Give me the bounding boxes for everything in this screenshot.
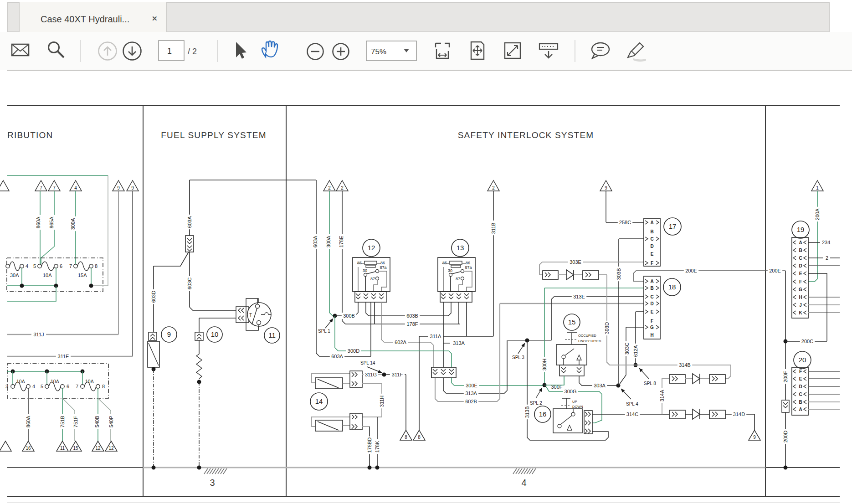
svg-text:178K: 178K bbox=[375, 441, 380, 453]
svg-text:E: E bbox=[651, 309, 654, 314]
svg-text:612A: 612A bbox=[633, 345, 638, 357]
svg-text:303A: 303A bbox=[594, 383, 606, 388]
svg-text:303B: 303B bbox=[616, 268, 621, 280]
svg-text:11: 11 bbox=[268, 331, 276, 339]
svg-text:30: 30 bbox=[363, 268, 367, 273]
svg-text:311H: 311H bbox=[379, 396, 385, 407]
svg-text:865A: 865A bbox=[49, 216, 54, 228]
svg-text:14: 14 bbox=[315, 397, 323, 405]
svg-text:12: 12 bbox=[368, 244, 375, 252]
svg-text:C: C bbox=[799, 392, 802, 397]
svg-text:G: G bbox=[799, 287, 802, 292]
svg-text:602B: 602B bbox=[465, 399, 477, 404]
svg-text:200D: 200D bbox=[783, 431, 788, 442]
svg-text:5: 5 bbox=[41, 384, 43, 389]
svg-text:SAFETY INTERLOCK SYSTEM: SAFETY INTERLOCK SYSTEM bbox=[458, 130, 594, 140]
svg-text:3: 3 bbox=[210, 478, 215, 488]
svg-text:200F: 200F bbox=[783, 371, 788, 382]
svg-text:15: 15 bbox=[73, 446, 78, 451]
svg-text:7: 7 bbox=[69, 263, 72, 269]
svg-text:6: 6 bbox=[60, 263, 62, 269]
svg-text:D: D bbox=[799, 263, 802, 268]
svg-text:85: 85 bbox=[442, 261, 447, 265]
svg-text:10A: 10A bbox=[85, 379, 94, 384]
svg-text:A: A bbox=[650, 279, 653, 284]
svg-text:UNOCCUPIED: UNOCCUPIED bbox=[578, 339, 601, 343]
svg-text:C: C bbox=[799, 256, 802, 261]
svg-text:18: 18 bbox=[668, 283, 676, 291]
svg-text:C: C bbox=[650, 237, 653, 242]
svg-text:751B: 751B bbox=[60, 416, 65, 427]
svg-text:300A: 300A bbox=[326, 236, 331, 247]
svg-text:4: 4 bbox=[521, 478, 526, 488]
svg-text:3: 3 bbox=[5, 384, 8, 389]
svg-text:311E: 311E bbox=[58, 354, 69, 359]
svg-text:200C: 200C bbox=[801, 339, 813, 344]
svg-text:12: 12 bbox=[95, 446, 101, 451]
svg-text:10A: 10A bbox=[43, 273, 52, 278]
svg-text:178F: 178F bbox=[406, 321, 418, 327]
svg-text:SPL 8: SPL 8 bbox=[644, 381, 656, 386]
svg-text:2: 2 bbox=[341, 185, 344, 190]
svg-text:87: 87 bbox=[370, 277, 375, 281]
svg-text:87a: 87a bbox=[380, 265, 386, 270]
svg-text:234: 234 bbox=[822, 240, 830, 245]
svg-text:311B: 311B bbox=[491, 222, 496, 234]
svg-text:314A: 314A bbox=[659, 390, 665, 401]
svg-text:A: A bbox=[799, 240, 802, 245]
svg-text:311F: 311F bbox=[392, 372, 403, 377]
svg-text:9: 9 bbox=[167, 330, 171, 338]
svg-text:603B: 603B bbox=[406, 313, 418, 319]
svg-text:A: A bbox=[799, 407, 802, 412]
svg-text:15: 15 bbox=[568, 318, 576, 326]
svg-text:17: 17 bbox=[669, 222, 677, 230]
svg-text:D: D bbox=[799, 384, 802, 389]
svg-text:200E: 200E bbox=[769, 268, 781, 273]
svg-text:C: C bbox=[650, 294, 653, 299]
svg-text:86: 86 bbox=[380, 261, 385, 265]
svg-text:10A: 10A bbox=[16, 379, 25, 384]
svg-text:B: B bbox=[799, 400, 802, 405]
svg-text:DOWN: DOWN bbox=[572, 405, 583, 409]
svg-text:87a: 87a bbox=[465, 265, 472, 270]
svg-text:314D: 314D bbox=[733, 411, 745, 417]
svg-text:9: 9 bbox=[605, 185, 607, 190]
svg-text:860A: 860A bbox=[26, 416, 31, 427]
svg-text:313E: 313E bbox=[573, 294, 585, 299]
svg-text:9: 9 bbox=[117, 185, 120, 190]
svg-text:7: 7 bbox=[53, 185, 56, 190]
svg-text:8: 8 bbox=[405, 435, 407, 440]
svg-text:OCCUPIED: OCCUPIED bbox=[578, 334, 596, 338]
svg-text:E: E bbox=[799, 376, 802, 381]
svg-text:2: 2 bbox=[826, 255, 828, 261]
svg-text:200A: 200A bbox=[815, 208, 820, 220]
svg-text:751F: 751F bbox=[73, 416, 78, 427]
svg-text:75%: 75% bbox=[371, 47, 386, 56]
svg-text:10A: 10A bbox=[51, 379, 59, 384]
svg-text:313A: 313A bbox=[453, 340, 465, 346]
svg-text:603A: 603A bbox=[187, 216, 192, 228]
svg-text:4: 4 bbox=[32, 384, 35, 389]
svg-text:860A: 860A bbox=[36, 216, 41, 228]
svg-text:86: 86 bbox=[466, 261, 470, 265]
svg-text:603D: 603D bbox=[151, 291, 156, 303]
svg-text:A: A bbox=[650, 220, 653, 225]
svg-text:300D: 300D bbox=[348, 348, 359, 354]
svg-text:178BD: 178BD bbox=[367, 437, 372, 453]
svg-text:B: B bbox=[650, 286, 653, 291]
svg-text:5: 5 bbox=[33, 263, 36, 269]
svg-text:11: 11 bbox=[60, 446, 65, 451]
svg-text:F: F bbox=[651, 261, 653, 266]
svg-text:12: 12 bbox=[108, 446, 114, 451]
svg-text:314C: 314C bbox=[626, 411, 638, 417]
svg-text:E: E bbox=[651, 252, 654, 257]
svg-text:F: F bbox=[799, 369, 802, 374]
svg-text:H: H bbox=[650, 333, 653, 338]
svg-text:300H: 300H bbox=[542, 359, 547, 370]
svg-text:8: 8 bbox=[95, 263, 98, 269]
svg-text:602A: 602A bbox=[395, 339, 406, 345]
svg-text:2: 2 bbox=[328, 185, 331, 190]
svg-text:300G: 300G bbox=[565, 389, 577, 394]
svg-text:B: B bbox=[799, 248, 802, 253]
svg-text:7: 7 bbox=[76, 384, 78, 389]
